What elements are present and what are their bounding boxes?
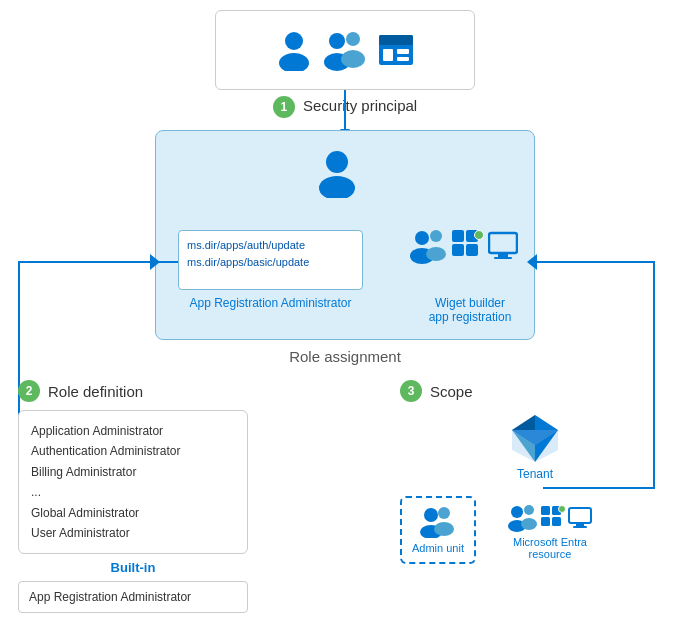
svg-rect-8: [383, 49, 393, 61]
role-def-title-text: Role definition: [48, 383, 143, 400]
svg-point-0: [285, 32, 303, 50]
role-builtin-4: Global Administrator: [31, 503, 235, 523]
entra-label-line1: Microsoft Entra: [513, 536, 587, 548]
role-def-builtin-box: Application Administrator Authentication…: [18, 410, 248, 554]
svg-rect-43: [576, 523, 584, 526]
user-icon: [275, 29, 313, 71]
role-builtin-3: Billing Administrator: [31, 462, 235, 482]
widget-label: Wiget builder app registration: [400, 296, 540, 324]
svg-point-33: [434, 522, 454, 536]
tenant-row: Tenant: [400, 410, 670, 481]
person-center-icon: [315, 148, 359, 198]
scope-content: Tenant Admin unit: [400, 410, 670, 568]
badge-3: 3: [400, 380, 422, 402]
diagram-container: 1 Security principal ms.dir/apps/auth/up…: [0, 0, 690, 619]
role-def-title: 2 Role definition: [18, 380, 248, 402]
svg-rect-7: [379, 35, 413, 45]
permission-line-1: ms.dir/apps/auth/update: [187, 237, 354, 254]
svg-point-15: [430, 230, 442, 242]
svg-rect-19: [452, 244, 464, 256]
role-definition-section: 2 Role definition Application Administra…: [18, 380, 248, 619]
svg-point-30: [424, 508, 438, 522]
badge-2: 2: [18, 380, 40, 402]
svg-point-5: [341, 50, 365, 68]
admin-unit-group-icon: [420, 506, 456, 538]
widget-area: [410, 228, 518, 264]
svg-point-12: [319, 176, 355, 198]
svg-rect-38: [541, 506, 550, 515]
green-dot: [474, 230, 484, 240]
custom-role-text: App Registration Administrator: [29, 590, 191, 604]
widget-line2: app registration: [429, 310, 512, 324]
svg-point-36: [524, 505, 534, 515]
admin-unit-box: Admin unit: [400, 496, 476, 564]
group-icon: [323, 29, 367, 71]
tenant-label: Tenant: [517, 467, 553, 481]
app-reg-admin-label: App Registration Administrator: [178, 296, 363, 310]
widget-group-icon: [410, 228, 448, 264]
svg-rect-42: [569, 508, 591, 523]
svg-point-13: [415, 231, 429, 245]
admin-unit-label: Admin unit: [412, 542, 464, 554]
person-role-icon: [315, 148, 359, 198]
badge-1: 1: [273, 96, 295, 118]
svg-rect-17: [452, 230, 464, 242]
right-arrow-head: [527, 254, 537, 270]
scope-bottom-row: Admin unit: [400, 496, 670, 568]
monitor-icon: [488, 231, 518, 261]
security-principal-box: [215, 10, 475, 90]
svg-point-4: [346, 32, 360, 46]
widget-icons-row: [410, 228, 518, 264]
entra-group-icon: [508, 504, 538, 532]
scope-section: 3 Scope Tenant: [400, 380, 670, 568]
svg-rect-44: [573, 526, 587, 528]
ms-entra-icons: [508, 504, 592, 532]
role-assignment-label: Role assignment: [155, 348, 535, 365]
role-builtin-ellipsis: ...: [31, 482, 235, 502]
permission-line-2: ms.dir/apps/basic/update: [187, 254, 354, 271]
svg-rect-41: [552, 517, 561, 526]
right-horizontal-arrow: [535, 261, 655, 263]
entra-green-dot: [558, 505, 566, 513]
svg-point-1: [279, 53, 309, 71]
svg-point-37: [521, 518, 537, 530]
app-icon: [377, 29, 415, 71]
builtin-label: Built-in: [18, 560, 248, 575]
ms-entra-label: Microsoft Entra resource: [513, 536, 587, 560]
scope-title-text: Scope: [430, 383, 473, 400]
svg-point-2: [329, 33, 345, 49]
left-arrow-head: [150, 254, 160, 270]
grid-icon-wrapper: [452, 230, 484, 262]
svg-rect-21: [489, 233, 517, 253]
entra-label-line2: resource: [529, 548, 572, 560]
svg-rect-20: [466, 244, 478, 256]
svg-point-34: [511, 506, 523, 518]
svg-rect-23: [494, 257, 512, 259]
arrow-down: [344, 90, 346, 130]
scope-title: 3 Scope: [400, 380, 670, 402]
role-def-custom-box: App Registration Administrator: [18, 581, 248, 613]
ms-entra-box: Microsoft Entra resource: [496, 496, 604, 568]
role-builtin-5: User Administrator: [31, 523, 235, 543]
svg-point-32: [438, 507, 450, 519]
role-builtin-2: Authentication Administrator: [31, 441, 235, 461]
svg-rect-22: [498, 253, 508, 257]
entra-grid-wrapper: [541, 506, 565, 530]
role-builtin-1: Application Administrator: [31, 421, 235, 441]
svg-rect-10: [397, 57, 409, 61]
security-principal-text: Security principal: [303, 97, 417, 114]
widget-line1: Wiget builder: [435, 296, 505, 310]
svg-point-11: [326, 151, 348, 173]
svg-point-16: [426, 247, 446, 261]
svg-rect-9: [397, 49, 409, 54]
svg-rect-40: [541, 517, 550, 526]
entra-monitor-icon: [568, 507, 592, 529]
permission-box: ms.dir/apps/auth/update ms.dir/apps/basi…: [178, 230, 363, 290]
tenant-icon: [508, 410, 563, 465]
